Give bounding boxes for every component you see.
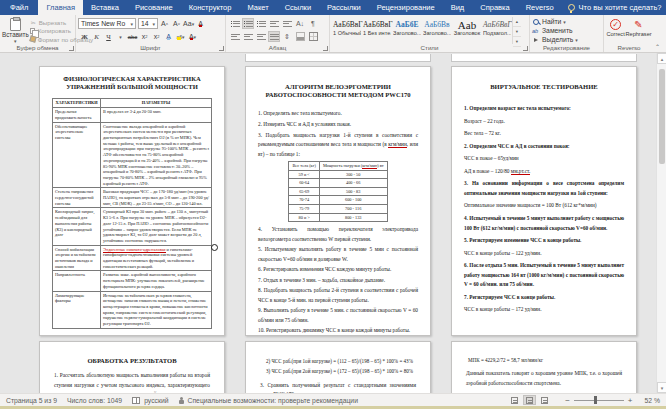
- styles-scroll-down-icon[interactable]: ▾: [513, 27, 521, 37]
- tab-design[interactable]: Конструктор: [181, 0, 240, 15]
- shrink-font-button[interactable]: А˅: [171, 18, 182, 29]
- zoom-slider-thumb[interactable]: [594, 396, 597, 404]
- paragraph-dialog-launcher[interactable]: [323, 46, 328, 51]
- bold-button[interactable]: Ж: [79, 31, 90, 42]
- scrollbar-thumb[interactable]: [659, 69, 665, 164]
- tab-review[interactable]: Рецензирование: [369, 0, 443, 15]
- font-name-combobox[interactable]: Times New Ro▾: [78, 18, 136, 29]
- italic-button[interactable]: К: [91, 31, 102, 42]
- zoom-in-button[interactable]: +: [628, 396, 633, 405]
- proofing-icon[interactable]: [132, 397, 140, 404]
- increase-indent-button[interactable]: [281, 18, 293, 29]
- align-right-button[interactable]: [255, 31, 267, 42]
- page-indicator[interactable]: Страница 5 из 9: [6, 397, 57, 404]
- styles-scroll-up-icon[interactable]: ▴: [513, 17, 521, 27]
- styles-group-label: Стили: [330, 44, 529, 51]
- scroll-up-icon[interactable]: ▴: [657, 53, 666, 64]
- web-layout-button[interactable]: [538, 395, 551, 405]
- bullets-button[interactable]: [229, 18, 241, 29]
- language-indicator[interactable]: русский: [144, 397, 168, 404]
- page-4[interactable]: ОБРАБОТКА РЕЗУЛЬТАТОВ 1. Рассчитать абсо…: [39, 341, 225, 393]
- read-mode-button[interactable]: [508, 395, 521, 405]
- numbering-button[interactable]: [242, 18, 254, 29]
- sort-button[interactable]: А↓: [294, 18, 306, 29]
- style-subtitle[interactable]: АаБбВвГПодзагол...: [482, 17, 512, 44]
- align-left-button[interactable]: [229, 31, 241, 42]
- ribbon-home: Вставить ▾ ✂Вырезать Копировать Формат п…: [0, 15, 666, 53]
- table-row: НаправленностьРазвитие макс. аэробной вы…: [53, 271, 212, 291]
- decrease-indent-button[interactable]: [268, 18, 280, 29]
- show-paragraph-marks-button[interactable]: ¶: [307, 18, 319, 29]
- editing-group-label: Редактирование: [530, 44, 603, 51]
- numbered-list-icon: [244, 20, 253, 28]
- align-center-button[interactable]: [242, 31, 254, 42]
- tab-draw[interactable]: Рисование: [127, 0, 181, 15]
- font-color-button[interactable]: А▾: [187, 31, 198, 42]
- borders-button[interactable]: [307, 31, 319, 42]
- subscript-button[interactable]: x2: [139, 31, 150, 42]
- replace-button[interactable]: abЗаменить: [532, 26, 601, 35]
- vertical-scrollbar[interactable]: ▴ ▾: [656, 53, 666, 393]
- scissors-icon: ✂: [29, 19, 38, 26]
- style-heading2[interactable]: АаБбВвЗаголово...: [422, 17, 452, 44]
- superscript-button[interactable]: x2: [151, 31, 162, 42]
- paste-button[interactable]: Вставить ▾: [2, 17, 29, 44]
- collapse-ribbon-icon[interactable]: ⌃: [655, 43, 660, 50]
- tab-view[interactable]: Вид: [443, 0, 473, 15]
- underline-button[interactable]: Ч: [103, 31, 114, 42]
- page-1[interactable]: ФИЗИОЛОГИЧЕСКАЯ ХАРАКТЕРИСТИКА УПРАЖНЕНИ…: [39, 66, 225, 336]
- tab-insert[interactable]: Вставка: [83, 0, 127, 15]
- clipboard-dialog-launcher[interactable]: [69, 46, 74, 51]
- reverso-rephraser-button[interactable]: ✎ Rephraser: [625, 17, 651, 44]
- tab-mailings[interactable]: Рассылки: [319, 0, 369, 15]
- table-row: 60-64400 - 66: [289, 179, 387, 188]
- list-item: 3. Подобрать мощность нагрузки 1-й ступе…: [258, 131, 418, 160]
- table-row: 70-74600 - 100: [289, 196, 387, 205]
- tab-file[interactable]: Файл: [0, 0, 38, 15]
- change-case-button[interactable]: Аа▾: [183, 18, 194, 29]
- line-spacing-button[interactable]: ⇕: [281, 31, 293, 42]
- tab-help[interactable]: Справка: [472, 0, 517, 15]
- word-count[interactable]: Число слов: 1049: [67, 397, 122, 404]
- styles-gallery-scroll[interactable]: ▴▾▾: [512, 17, 521, 44]
- style-normal[interactable]: АаБбВвГ1 Обычный: [332, 17, 362, 44]
- print-layout-button[interactable]: [523, 395, 536, 405]
- styles-dialog-launcher[interactable]: [523, 46, 528, 51]
- highlight-color-button[interactable]: аб▾: [175, 31, 186, 42]
- font-size-combobox[interactable]: 14▾: [138, 18, 158, 29]
- tab-home[interactable]: Главная: [38, 0, 83, 15]
- font-dialog-launcher[interactable]: [219, 46, 224, 51]
- select-button[interactable]: Выделить ▾: [532, 35, 601, 44]
- style-heading1[interactable]: АаБбЕЗаголово...: [392, 17, 422, 44]
- scroll-down-icon[interactable]: ▾: [657, 382, 666, 393]
- borders-icon: [309, 32, 318, 41]
- shading-button[interactable]: [294, 31, 306, 42]
- style-no-spacing[interactable]: АаБбВвГ1 Без инте...: [362, 17, 392, 44]
- table-row: Обеспечивающие энергетические системыСоо…: [53, 122, 212, 188]
- bullet-list-icon: [231, 20, 240, 28]
- grow-font-button[interactable]: А˄: [159, 18, 170, 29]
- tab-references[interactable]: Ссылки: [277, 0, 319, 15]
- page-2[interactable]: АЛГОРИТМ ВЕЛОЭРГОМЕТРИИ РАБОТОСПОСОБНОСТ…: [245, 66, 431, 336]
- page-6[interactable]: МПК = 4229,2/72 = 58,7 мл/мин/кг Данный …: [451, 341, 637, 393]
- page-3[interactable]: ВИРТУАЛЬНОЕ ТЕСТИРОВАНИЕ 1. Определим во…: [451, 66, 637, 336]
- zoom-percentage[interactable]: 52 %: [645, 397, 661, 404]
- underline-options-arrow[interactable]: ▾: [115, 31, 126, 42]
- list-item: ЧСС в конце работы – 122 уд/мин.: [464, 249, 624, 259]
- text-effects-button[interactable]: А: [163, 31, 174, 42]
- accessibility-status[interactable]: Специальные возможности: проверьте реком…: [188, 397, 358, 404]
- page1-title: ФИЗИОЛОГИЧЕСКАЯ ХАРАКТЕРИСТИКА УПРАЖНЕНИ…: [58, 75, 206, 91]
- clear-formatting-button[interactable]: А: [195, 18, 206, 29]
- page-5[interactable]: 2) ЧСС раб.(при 1ой нагрузке) = (112 – 6…: [245, 341, 431, 393]
- zoom-slider[interactable]: [574, 400, 624, 401]
- strikethrough-button[interactable]: abc: [127, 31, 138, 42]
- zoom-out-button[interactable]: −: [565, 396, 570, 405]
- tab-layout[interactable]: Макет: [239, 0, 276, 15]
- find-button[interactable]: Найти ▾: [532, 17, 601, 26]
- tab-reverso[interactable]: Reverso: [518, 0, 562, 15]
- reverso-correct-button[interactable]: ✓ Correct: [606, 17, 624, 44]
- justify-button[interactable]: [268, 31, 280, 42]
- tell-me-box[interactable]: Что вы хотите сделать?: [562, 0, 666, 15]
- style-title[interactable]: АabЗаголовок: [452, 17, 482, 44]
- multilevel-list-button[interactable]: [255, 18, 267, 29]
